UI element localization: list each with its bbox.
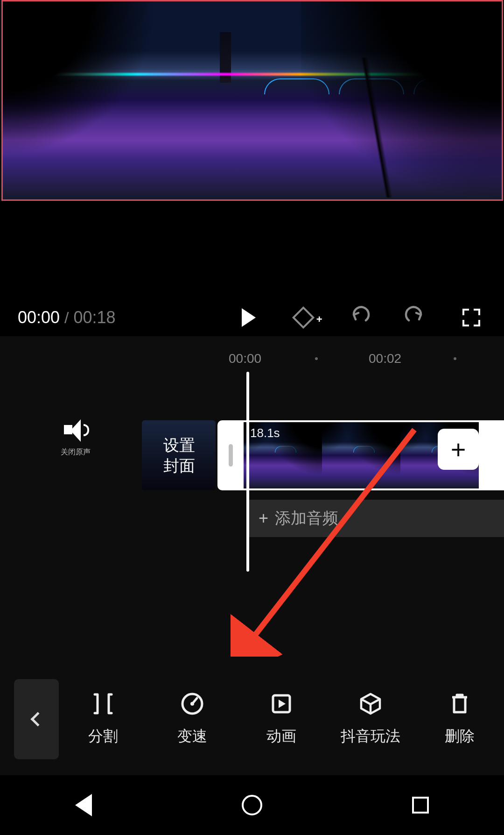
mute-toggle[interactable]: 关闭原声 xyxy=(61,420,91,457)
square-icon xyxy=(412,797,429,814)
ruler-dot xyxy=(315,357,318,360)
delete-button[interactable]: 删除 xyxy=(415,692,504,747)
clip-handle-left[interactable] xyxy=(217,420,244,490)
fullscreen-button[interactable] xyxy=(456,303,486,333)
clip-duration: 18.1s xyxy=(250,426,280,440)
speed-button[interactable]: 变速 xyxy=(148,692,237,747)
add-audio-button[interactable]: + 添加音频 xyxy=(247,500,504,537)
triangle-icon xyxy=(75,794,92,816)
animation-button[interactable]: 动画 xyxy=(237,692,326,747)
ruler-dot xyxy=(454,357,456,360)
chevron-left-icon xyxy=(30,712,45,726)
ruler-mark: 00:02 xyxy=(369,351,401,366)
play-button[interactable] xyxy=(232,303,262,333)
timeline[interactable]: 关闭原声 设置 封面 18.1s + + 添加音频 xyxy=(0,383,504,658)
redo-button[interactable] xyxy=(400,303,430,333)
undo-button[interactable] xyxy=(344,303,374,333)
time-separator: / xyxy=(64,309,69,327)
circle-icon xyxy=(242,795,262,815)
douyin-effects-button[interactable]: 抖音玩法 xyxy=(326,692,415,747)
back-button[interactable] xyxy=(14,679,59,759)
split-button[interactable]: 分割 xyxy=(59,692,148,747)
cube-icon xyxy=(358,692,383,716)
speed-icon xyxy=(180,692,204,716)
animation-icon xyxy=(269,692,294,716)
mute-label: 关闭原声 xyxy=(61,447,91,457)
ruler-mark: 00:00 xyxy=(229,351,261,366)
speaker-icon xyxy=(62,420,89,440)
nav-home-button[interactable] xyxy=(242,795,262,815)
nav-recents-button[interactable] xyxy=(412,797,429,814)
keyframe-icon: + xyxy=(292,306,315,329)
redo-icon xyxy=(403,305,427,330)
split-icon xyxy=(91,692,115,716)
nav-back-button[interactable] xyxy=(75,794,92,816)
play-icon xyxy=(242,308,256,327)
keyframe-button[interactable]: + xyxy=(288,303,318,333)
fullscreen-icon xyxy=(462,309,480,326)
timeline-ruler[interactable]: 00:00 00:02 xyxy=(0,346,504,372)
time-current: 00:00 xyxy=(18,308,60,327)
preview-image xyxy=(3,1,502,199)
svg-point-2 xyxy=(190,702,194,706)
plus-icon: + xyxy=(259,509,268,528)
set-cover-button[interactable]: 设置 封面 xyxy=(142,420,216,490)
time-total: 00:18 xyxy=(74,308,116,327)
add-clip-button[interactable]: + xyxy=(438,429,479,470)
bottom-toolbar: 分割 变速 动画 抖音玩法 删除 xyxy=(0,668,504,771)
playback-bar: 00:00 / 00:18 + xyxy=(0,299,504,336)
undo-icon xyxy=(347,305,371,330)
trash-icon xyxy=(448,692,472,716)
video-preview[interactable] xyxy=(1,0,503,201)
plus-icon: + xyxy=(451,434,466,465)
playhead[interactable] xyxy=(246,372,249,572)
android-navbar xyxy=(0,775,504,835)
add-audio-label: 添加音频 xyxy=(275,508,338,529)
